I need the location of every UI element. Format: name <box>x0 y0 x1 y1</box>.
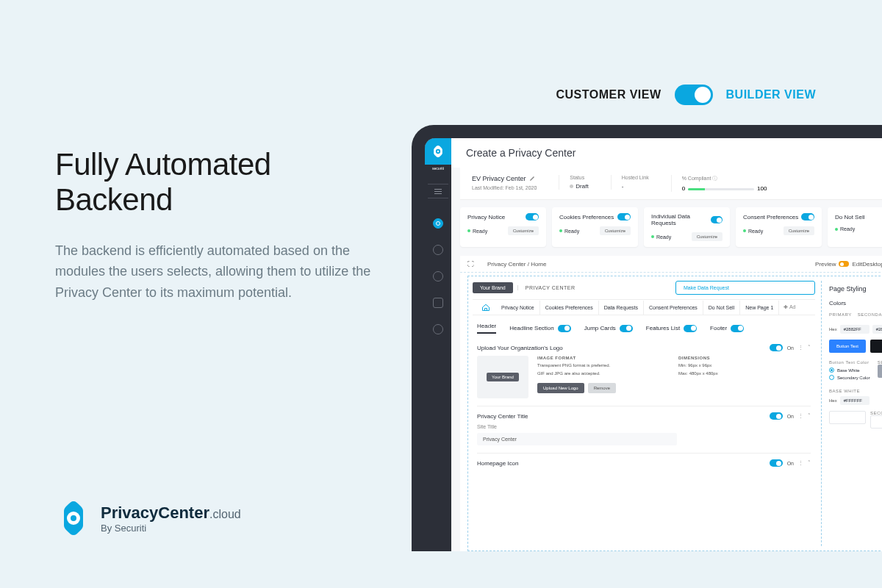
primary-hex-input[interactable]: #2882FF <box>840 325 870 334</box>
format-text-1: Transparent PNG format is preferred. <box>537 362 670 369</box>
compliant-label: % Compliant <box>682 176 711 181</box>
status-value: Draft <box>576 183 588 190</box>
radio-base-white[interactable]: Base White <box>829 368 870 373</box>
card-cookies: Cookies Preferences ReadyCustomize <box>552 207 638 247</box>
card-consent: Consent Preferences ReadyCustomize <box>736 207 822 247</box>
site-title-label: Site Title <box>477 424 811 429</box>
pc-title-heading: Privacy Center Title <box>477 413 528 420</box>
sidebar-brand: securiti <box>432 166 444 171</box>
homepage-icon-heading: Homepage Icon <box>477 460 518 467</box>
nav-item-4[interactable] <box>431 295 445 310</box>
primary-button-sample: Button Text <box>829 340 866 353</box>
toggle-switch[interactable] <box>675 85 713 105</box>
app-sidebar: securiti <box>425 138 451 551</box>
add-tab-button[interactable]: ✚ Ad <box>779 300 800 315</box>
secondary-button-sample <box>870 340 882 353</box>
primary-label: PRIMARY <box>829 312 852 317</box>
device-frame: securiti Create a Privacy Center EV Priv… <box>412 125 882 551</box>
nav-item-3[interactable] <box>431 269 445 284</box>
styling-panel: Page Styling Colors PRIMARY SECONDARY He… <box>821 281 882 546</box>
tab-cookies[interactable]: Cookies Preferences <box>540 301 599 315</box>
nav-item-2[interactable] <box>431 243 445 257</box>
logo-icon <box>55 500 92 537</box>
edit-label: Edit <box>852 261 862 268</box>
secondary-swatch-2 <box>870 415 882 429</box>
format-text-2: GIF and JPG are also accepted. <box>537 370 670 377</box>
dim-max: Max: 480px x 480px <box>678 370 811 377</box>
upload-new-logo-button[interactable]: Upload New Logo <box>537 383 584 393</box>
secondary-hex-input[interactable]: #2882FF <box>872 325 882 334</box>
logo-thumbnail: Your Brand <box>477 356 528 398</box>
customize-button[interactable]: Customize <box>600 226 631 235</box>
page-styling-title: Page Styling <box>829 285 882 293</box>
secondary-label: SECONDARY <box>858 312 882 317</box>
pc-title-toggle[interactable] <box>770 412 783 420</box>
secondary-swatch <box>878 365 882 378</box>
sec-tab-footer[interactable]: Footer <box>710 325 744 332</box>
more-icon[interactable]: ⋮ <box>798 345 803 351</box>
compliant-high: 100 <box>757 185 767 192</box>
svg-point-3 <box>437 151 440 153</box>
page-title: Create a Privacy Center <box>451 138 882 168</box>
colors-label: Colors <box>829 300 882 306</box>
sec-tab-header[interactable]: Header <box>477 323 496 334</box>
info-bar: EV Privacy Center Last Modified: Feb 1st… <box>460 168 882 200</box>
logo-text-sub: By Securiti <box>101 523 241 534</box>
expand-icon[interactable]: ⛶ <box>467 260 474 268</box>
upload-logo-title: Upload Your Organization's Logo <box>477 345 563 351</box>
card-toggle[interactable] <box>801 213 814 220</box>
view-toggle[interactable]: CUSTOMER VIEW BUILDER VIEW <box>556 85 816 105</box>
tab-do-not-sell[interactable]: Do Not Sell <box>703 301 740 315</box>
dimensions-header: DIMENSIONS <box>678 356 811 360</box>
breadcrumb: Privacy Center / Home <box>487 261 815 268</box>
hosted-value: - <box>622 183 649 190</box>
preview-edit-toggle[interactable] <box>839 261 849 267</box>
sec-tab-features[interactable]: Features List <box>646 325 697 332</box>
module-cards: Privacy Notice ReadyCustomize Cookies Pr… <box>451 207 882 256</box>
hosted-label: Hosted Link <box>622 175 649 180</box>
card-toggle[interactable] <box>711 216 723 223</box>
customize-button[interactable]: Customize <box>692 232 723 241</box>
body-text: The backend is efficiently automated bas… <box>55 240 379 304</box>
compliant-low: 0 <box>682 185 685 192</box>
base-white-label: BASE WHITE <box>829 389 882 393</box>
sidebar-logo-icon[interactable] <box>425 138 451 165</box>
menu-icon[interactable] <box>428 184 448 198</box>
sec-tab-jump[interactable]: Jump Cards <box>584 325 633 332</box>
project-name: EV Privacy Center <box>472 175 537 182</box>
card-toggle[interactable] <box>617 213 631 220</box>
white-hex-input[interactable]: #FFFFFF <box>840 396 870 405</box>
customize-button[interactable]: Customize <box>508 226 539 235</box>
chevron-up-icon[interactable]: ˄ <box>808 345 811 351</box>
last-modified: Last Modified: Feb 1st, 2020 <box>472 185 537 190</box>
customize-button[interactable]: Customize <box>784 226 814 235</box>
card-do-not-sell: Do Not Sell Ready <box>828 207 882 247</box>
privacy-center-label: PRIVACY CENTER <box>517 285 576 290</box>
home-icon[interactable] <box>481 303 490 312</box>
radio-secondary[interactable]: Secondary Color <box>829 375 870 380</box>
hp-icon-toggle[interactable] <box>770 459 783 467</box>
tab-data-requests[interactable]: Data Requests <box>599 301 644 315</box>
dim-min: Min: 96px x 96px <box>678 362 811 369</box>
make-request-button[interactable]: Make Data Request <box>675 281 815 295</box>
logo-text-main: PrivacyCenter <box>101 503 209 522</box>
tab-new-page[interactable]: New Page 1 <box>740 301 779 315</box>
marketing-copy: Fully Automated Backend The backend is e… <box>55 147 379 304</box>
logo-text-cloud: .cloud <box>209 508 241 520</box>
remove-logo-button[interactable]: Remove <box>588 383 616 393</box>
tab-consent[interactable]: Consent Preferences <box>644 301 703 315</box>
brand-chip: Your Brand <box>473 282 513 293</box>
customer-view-label: CUSTOMER VIEW <box>556 88 661 101</box>
settings-icon[interactable] <box>431 322 445 337</box>
nav-item-1[interactable] <box>431 216 445 231</box>
upload-toggle[interactable] <box>770 344 783 351</box>
compliant-progress <box>688 188 754 190</box>
card-toggle[interactable] <box>526 213 539 220</box>
site-title-input[interactable]: Privacy Center <box>477 433 677 445</box>
builder-view-label: BUILDER VIEW <box>726 88 816 101</box>
edit-icon[interactable] <box>529 176 535 182</box>
sec-tab-headline[interactable]: Headline Section <box>509 325 570 332</box>
desktop-view-label: Desktop View <box>862 261 882 268</box>
tab-privacy-notice[interactable]: Privacy Notice <box>496 301 540 315</box>
card-privacy-notice: Privacy Notice ReadyCustomize <box>460 207 546 247</box>
